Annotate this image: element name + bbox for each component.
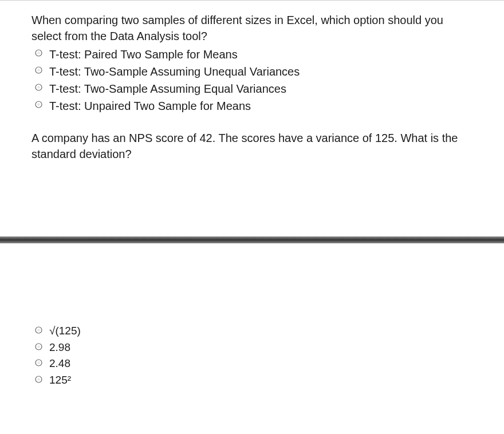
option-label: √(125)	[49, 323, 81, 339]
option-label: 125²	[49, 373, 71, 388]
question-1-text: When comparing two samples of different …	[32, 12, 472, 44]
spacer	[0, 243, 504, 323]
radio-icon[interactable]	[35, 359, 42, 366]
option-label: T-test: Two-Sample Assuming Equal Varian…	[49, 81, 286, 97]
option-row[interactable]: T-test: Two-Sample Assuming Equal Varian…	[32, 81, 472, 97]
radio-icon[interactable]	[35, 66, 42, 74]
radio-icon[interactable]	[35, 84, 42, 91]
spacer	[0, 173, 504, 236]
option-row[interactable]: 2.48	[32, 356, 472, 372]
question-block-1: When comparing two samples of different …	[0, 1, 504, 173]
radio-icon[interactable]	[35, 49, 42, 57]
svg-point-7	[37, 103, 40, 105]
svg-point-1	[37, 52, 40, 54]
option-row[interactable]: √(125)	[32, 323, 472, 339]
option-row[interactable]: 2.98	[32, 340, 472, 356]
question-2-text: A company has an NPS score of 42. The sc…	[32, 130, 472, 162]
svg-point-11	[37, 345, 40, 348]
question-2-options: √(125) 2.98 2.48 125²	[0, 323, 504, 406]
option-label: 2.48	[49, 356, 70, 372]
svg-point-13	[37, 361, 40, 364]
radio-icon[interactable]	[35, 376, 42, 383]
radio-icon[interactable]	[35, 101, 42, 108]
svg-point-3	[37, 69, 40, 71]
svg-point-15	[37, 378, 40, 380]
page-divider	[0, 236, 504, 243]
option-label: T-test: Two-Sample Assuming Unequal Vari…	[49, 64, 300, 80]
svg-point-9	[37, 329, 40, 331]
option-label: 2.98	[49, 340, 70, 356]
option-row[interactable]: T-test: Two-Sample Assuming Unequal Vari…	[32, 64, 472, 80]
option-row[interactable]: T-test: Paired Two Sample for Means	[32, 46, 472, 62]
option-label: T-test: Unpaired Two Sample for Means	[49, 98, 251, 114]
option-row[interactable]: 125²	[32, 373, 472, 388]
radio-icon[interactable]	[35, 326, 42, 334]
radio-icon[interactable]	[35, 343, 42, 350]
option-row[interactable]: T-test: Unpaired Two Sample for Means	[32, 98, 472, 114]
option-label: T-test: Paired Two Sample for Means	[49, 46, 238, 62]
question-1-options: T-test: Paired Two Sample for Means T-te…	[32, 46, 472, 114]
svg-point-5	[37, 86, 40, 88]
